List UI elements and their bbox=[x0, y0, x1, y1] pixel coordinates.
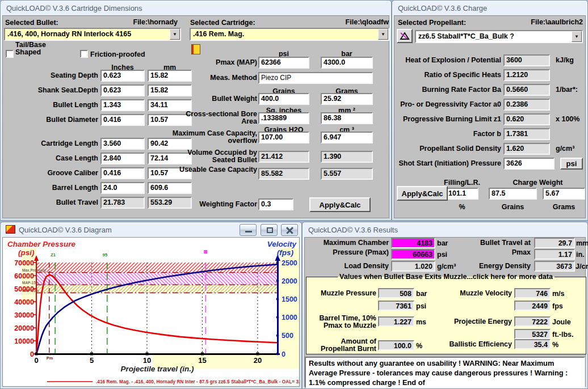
charge-weight-grains-input[interactable]: 87.5 bbox=[489, 188, 537, 200]
projectile-energy-ftlbs-value: 5327 bbox=[514, 329, 551, 339]
svg-text:20: 20 bbox=[254, 356, 262, 365]
seating-depth-in-input[interactable]: 0.623 bbox=[100, 70, 145, 82]
dim-row-label: Shank Seat.Depth bbox=[3, 87, 98, 94]
volume-occupied-gr-value: 21.412 bbox=[258, 151, 309, 163]
window-title-results: QuickLOAD© V.3.6 Results bbox=[303, 222, 587, 237]
weighting-factor-input[interactable]: 0.3 bbox=[258, 198, 293, 210]
ballistic-efficiency-label: Ballistic Efficiency bbox=[442, 341, 512, 348]
bullet-dropdown[interactable]: .416, 400, Hornady RN Interlock 4165 ▼ bbox=[4, 28, 181, 41]
bullet-length-in-input[interactable]: 1.343 bbox=[100, 99, 145, 111]
window-results: QuickLOAD© V.3.6 Results Maximum Chamber… bbox=[302, 222, 588, 389]
dim-row-label: Case Length bbox=[3, 155, 98, 162]
muzzle-velocity-label: Muzzle Velocity bbox=[442, 290, 512, 297]
window-diagram: QuickLOAD© V.3.6 Diagram Max.PressureMAP… bbox=[0, 222, 302, 389]
close-button[interactable] bbox=[281, 224, 298, 236]
volume-occupied-cm3-value: 1.390 bbox=[321, 151, 373, 163]
window-controls bbox=[238, 224, 298, 236]
charge-row-label: Factor b bbox=[473, 130, 501, 138]
charge-weight-grams-input[interactable]: 5.67 bbox=[543, 188, 585, 200]
energy-density-label: Energy Density bbox=[451, 263, 531, 270]
propellant-dropdown-value: zz6.5 Staball*T*C_Ba_Bulk ? bbox=[418, 32, 514, 40]
projectile-energy-j-unit: Joule bbox=[552, 318, 571, 326]
bullet-dropdown-value: .416, 400, Hornady RN Interlock 4165 bbox=[7, 30, 131, 38]
friction-proofed-checkbox[interactable] bbox=[80, 50, 88, 58]
propellant-burnt-label: Amount of Propellant Burnt bbox=[306, 338, 376, 353]
restore-button[interactable] bbox=[261, 224, 278, 236]
shank-seat-depth-in-input[interactable]: 0.623 bbox=[100, 84, 145, 96]
case-length-in-input[interactable]: 2.840 bbox=[100, 153, 145, 164]
svg-text:20000: 20000 bbox=[14, 324, 34, 332]
bullet-weight-grams-input[interactable]: 25.92 bbox=[321, 93, 373, 105]
heat-of-explosion-value: 3600 bbox=[503, 54, 550, 66]
muzzle-values-group: Values when Bullet Base Exits Muzzle...c… bbox=[306, 273, 586, 354]
dim-row-label: Bullet Length bbox=[3, 102, 98, 109]
ballistic-efficiency-unit: % bbox=[552, 341, 558, 349]
barrel-length-mm-input[interactable]: 609.6 bbox=[148, 182, 192, 194]
chevron-down-icon[interactable]: ▼ bbox=[572, 31, 582, 42]
charge-row-unit: 1/bar*: bbox=[556, 86, 578, 94]
propellant-dropdown[interactable]: zz6.5 Staball*T*C_Ba_Bulk ? ▼ bbox=[415, 30, 583, 43]
apply-calc-button[interactable]: Apply&Calc bbox=[309, 197, 371, 212]
charge-row-label: Heat of Explosion / Potential bbox=[405, 56, 501, 64]
percent-unit-label: % bbox=[446, 203, 478, 211]
psi-unit-button[interactable]: psi bbox=[560, 158, 583, 170]
dim-row-label: Seating Depth bbox=[3, 72, 98, 79]
svg-text:50000: 50000 bbox=[14, 285, 34, 293]
energy-density-unit: J/cm³ bbox=[576, 263, 588, 270]
charge-row-label: Burning Rate Factor Ba bbox=[422, 86, 501, 94]
svg-text:2000: 2000 bbox=[282, 277, 297, 285]
tailbase-checkbox[interactable] bbox=[6, 50, 14, 58]
svg-text:10000: 10000 bbox=[14, 337, 34, 345]
apply-calc-button[interactable]: Apply&Calc bbox=[397, 186, 448, 201]
bullet-diameter-in-input[interactable]: 0.416 bbox=[100, 114, 145, 126]
minimize-button[interactable] bbox=[240, 224, 257, 236]
pmax-bar-input[interactable]: 4300.0 bbox=[321, 57, 373, 69]
cartridge-length-in-input[interactable]: 3.560 bbox=[100, 138, 145, 150]
projectile-energy-label: Projectile Energy bbox=[442, 318, 512, 325]
travel-mm-value: 29.7 bbox=[534, 238, 575, 248]
window-title-charge: QuickLOAD© V.3.6 Charge bbox=[392, 1, 587, 15]
pmax-bar-unit: bar bbox=[437, 239, 448, 247]
burning-rate-factor-value: 0.5660 bbox=[503, 84, 550, 96]
weighting-factor-label: Weighting Factor bbox=[145, 201, 257, 208]
bore-area-sqin-input[interactable]: .133889 bbox=[258, 112, 309, 124]
bullet-weight-grains-input[interactable]: 400.0 bbox=[258, 93, 309, 105]
propellant-glyph-icon bbox=[399, 31, 410, 41]
cartridge-dropdown[interactable]: .416 Rem. Mag. ▼ bbox=[190, 28, 389, 41]
shank-seat-depth-mm-input[interactable]: 15.82 bbox=[148, 84, 192, 96]
ratio-specific-heats-value: 1.2120 bbox=[503, 69, 550, 81]
cartridge-case-icon[interactable] bbox=[191, 44, 200, 54]
svg-text:1500: 1500 bbox=[282, 295, 297, 303]
propellant-burnt-unit: % bbox=[416, 342, 422, 350]
chevron-down-icon[interactable]: ▼ bbox=[170, 29, 180, 40]
chevron-down-icon[interactable]: ▼ bbox=[378, 29, 388, 40]
ballistic-efficiency-value: 35.4 bbox=[514, 339, 551, 349]
travel-at-pmax-label-2: Pmax bbox=[451, 249, 531, 256]
meas-method-input[interactable]: Piezo CIP bbox=[258, 72, 373, 84]
travel-mm-unit: mm bbox=[576, 239, 588, 247]
projectile-energy-ftlbs-unit: ft.-lbs. bbox=[552, 331, 574, 339]
bore-area-mm2-input[interactable]: 86.38 bbox=[321, 112, 373, 124]
propellant-table-icon[interactable] bbox=[397, 29, 413, 43]
charge-row-unit: x 100% bbox=[556, 115, 579, 123]
dim-row-label: Barrel Length bbox=[3, 184, 98, 192]
max-case-capacity-cm3-input[interactable]: 6.947 bbox=[321, 132, 373, 143]
progressive-burning-limit-value: 0.620 bbox=[503, 113, 550, 125]
max-case-capacity-gr-input[interactable]: 107.00 bbox=[258, 132, 309, 143]
muzzle-pressure-label: Muzzle Pressure bbox=[306, 290, 376, 297]
selected-cartridge-label: Selected Cartridge: bbox=[190, 19, 255, 27]
pmax-psi-input[interactable]: 62366 bbox=[258, 57, 309, 69]
svg-text:40000: 40000 bbox=[14, 298, 34, 306]
pmax-bar-value: 4183 bbox=[391, 238, 435, 248]
charge-row-unit: kJ/kg bbox=[556, 56, 574, 64]
barrel-length-in-input[interactable]: 24.0 bbox=[100, 182, 145, 194]
filling-ratio-input[interactable]: 101.1 bbox=[446, 188, 478, 200]
travel-in-unit: in. bbox=[576, 251, 585, 259]
max-case-capacity-label: Maximum Case Capacity, overflow bbox=[171, 130, 257, 145]
groove-caliber-in-input[interactable]: 0.416 bbox=[100, 167, 145, 179]
muzzle-values-title[interactable]: Values when Bullet Base Exits Muzzle...c… bbox=[338, 273, 555, 281]
pressure-velocity-chart: Max.PressureMAP-15%MAP-25%PmZ19501000020… bbox=[3, 238, 300, 388]
grains-unit-label: Grains bbox=[489, 203, 537, 211]
bore-area-label: Cross-sectional Bore Area bbox=[171, 111, 257, 125]
shot-start-pressure-input[interactable]: 3626 bbox=[503, 158, 555, 170]
